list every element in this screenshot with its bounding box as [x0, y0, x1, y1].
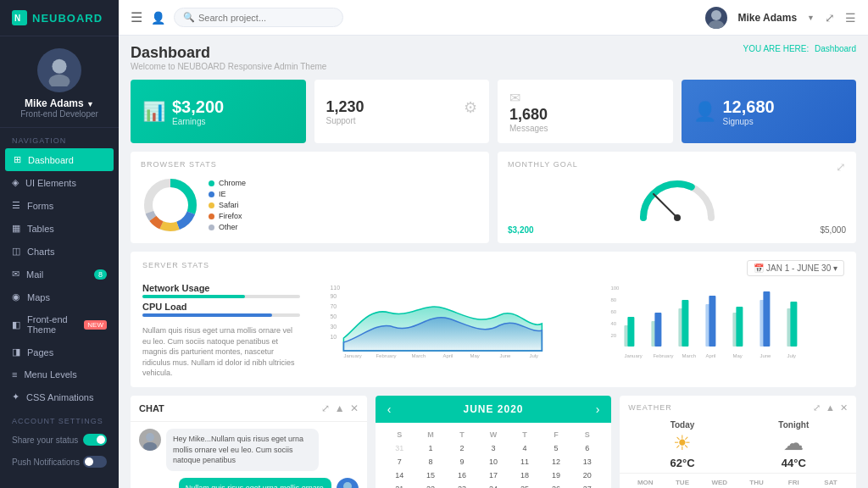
- hamburger-icon[interactable]: ☰: [131, 9, 142, 25]
- search-icon: 🔍: [183, 12, 195, 23]
- svg-text:June: June: [500, 353, 512, 358]
- svg-point-5: [709, 20, 724, 29]
- sidebar-item-label: Charts: [27, 247, 54, 257]
- svg-text:March: March: [412, 353, 426, 358]
- browser-stats-title: BROWSER STATS: [141, 160, 479, 169]
- sidebar-item-label: Menu Levels: [24, 369, 76, 380]
- calendar-next-button[interactable]: ›: [596, 402, 600, 416]
- svg-text:70: 70: [331, 303, 337, 309]
- sidebar-item-label: Forms: [27, 201, 53, 211]
- sidebar-item-pages[interactable]: ◨ Pages: [0, 341, 119, 363]
- username-arrow[interactable]: ▼: [807, 14, 815, 22]
- menu-dots-icon[interactable]: ☰: [845, 11, 856, 25]
- svg-text:30: 30: [331, 324, 337, 330]
- weather-minimize-icon[interactable]: ▲: [826, 402, 835, 413]
- sidebar-item-frontend-theme[interactable]: ◧ Front-end Theme NEW: [0, 308, 119, 341]
- tonight-temp: 44°C: [782, 457, 806, 469]
- weather-today: Today ☀ 62°C: [628, 420, 736, 469]
- sidebar-item-label: UI Elements: [25, 178, 76, 188]
- signups-value: 12,680: [723, 97, 775, 117]
- sidebar-item-label: CSS Animations: [26, 392, 93, 402]
- frontend-icon: ◧: [12, 319, 20, 330]
- profile-name: Mike Adams ▼: [25, 97, 94, 109]
- chat-avatar-right: [337, 478, 359, 488]
- push-notifications-toggle[interactable]: [83, 456, 107, 468]
- svg-rect-41: [737, 307, 743, 347]
- tables-icon: ▦: [12, 223, 20, 234]
- svg-text:60: 60: [611, 309, 617, 314]
- calendar-row-3: 14 15 16 17 18 19 20: [384, 469, 604, 482]
- browser-donut-chart: [141, 175, 200, 235]
- account-label: ACCOUNT SETTINGS: [0, 408, 119, 429]
- monthly-expand-icon[interactable]: ⤢: [836, 160, 846, 174]
- svg-rect-35: [655, 313, 662, 347]
- avatar: [37, 48, 81, 92]
- svg-text:July: July: [787, 353, 797, 358]
- monthly-goal-title: MONTHLY GOAL: [508, 160, 578, 169]
- today-icon: ☀: [673, 431, 692, 455]
- svg-text:40: 40: [611, 321, 617, 326]
- chat-avatar-left: [139, 429, 161, 451]
- sidebar-item-mail[interactable]: ✉ Mail 8: [0, 263, 119, 286]
- signups-label: Signups: [723, 117, 775, 126]
- svg-rect-33: [628, 317, 635, 347]
- svg-text:May: May: [470, 353, 480, 358]
- svg-text:February: February: [376, 353, 397, 358]
- sidebar-item-label: Pages: [27, 347, 53, 358]
- svg-text:January: January: [344, 353, 362, 358]
- svg-point-2: [52, 59, 66, 74]
- svg-point-13: [674, 214, 681, 221]
- share-status-toggle[interactable]: [83, 434, 107, 446]
- sidebar-item-label: Front-end Theme: [27, 314, 77, 335]
- browser-stats-card: BROWSER STATS Chrome: [131, 152, 489, 243]
- earnings-card: 📊 $3,200 Earnings: [131, 80, 306, 143]
- sidebar-item-tables[interactable]: ▦ Tables: [0, 217, 119, 240]
- svg-point-55: [343, 482, 352, 488]
- sidebar-item-charts[interactable]: ◫ Charts: [0, 240, 119, 263]
- svg-text:110: 110: [331, 285, 341, 291]
- chat-minimize-icon[interactable]: ▲: [335, 402, 345, 414]
- sidebar-item-css-animations[interactable]: ✦ CSS Animations: [0, 385, 119, 408]
- svg-rect-45: [791, 302, 798, 347]
- charts-icon: ◫: [12, 246, 20, 257]
- weather-expand-icon[interactable]: ⤢: [813, 402, 821, 413]
- sidebar-item-forms[interactable]: ☰ Forms: [0, 194, 119, 217]
- weather-day-wed: WED ⛅ 32°C: [711, 479, 728, 488]
- sidebar: N NEUBOARD Mike Adams ▼ Front-end Develo…: [0, 0, 119, 488]
- server-date-range[interactable]: 📅 JAN 1 - JUNE 30 ▾: [747, 260, 844, 276]
- weather-main: Today ☀ 62°C Tonight ☁ 44°C: [620, 417, 856, 473]
- page-content: Dashboard Welcome to NEUBOARD Responsive…: [119, 36, 868, 488]
- share-status-row: Share your status: [0, 429, 119, 451]
- chat-header: CHAT ⤢ ▲ ✕: [131, 396, 367, 422]
- support-value: 1,230: [326, 98, 364, 116]
- search-box[interactable]: 🔍: [174, 8, 343, 27]
- calendar-days-header: S M T W T F S: [384, 428, 604, 441]
- sidebar-item-label: Dashboard: [28, 155, 74, 165]
- chat-close-icon[interactable]: ✕: [350, 402, 359, 414]
- weather-day-fri: FRI ⛅ 40°C: [785, 479, 802, 488]
- monthly-gauge: [635, 175, 720, 222]
- sidebar-item-maps[interactable]: ◉ Maps: [0, 286, 119, 308]
- logo-text: NEUBOARD: [32, 12, 103, 25]
- svg-text:January: January: [625, 353, 643, 358]
- server-stats-title: SERVER STATS: [142, 261, 209, 269]
- menu-icon: ≡: [12, 369, 17, 380]
- svg-point-3: [49, 75, 70, 86]
- weather-day-sat: SAT ⛅ 42°C: [822, 479, 839, 488]
- sidebar-item-menu-levels[interactable]: ≡ Menu Levels: [0, 363, 119, 385]
- chat-expand-icon[interactable]: ⤢: [321, 402, 330, 414]
- svg-text:50: 50: [331, 313, 337, 319]
- calendar-prev-button[interactable]: ‹: [387, 402, 392, 416]
- weather-close-icon[interactable]: ✕: [840, 402, 848, 413]
- weather-day-tue: TUE ⛅ 39°C: [674, 479, 691, 488]
- calendar-row-2: 7 8 9 10 11 12 13: [384, 455, 604, 469]
- sidebar-item-dashboard[interactable]: ⊞ Dashboard: [5, 148, 114, 171]
- page-title: Dashboard: [131, 44, 326, 62]
- css-icon: ✦: [12, 391, 19, 402]
- avatar-image: [43, 54, 75, 86]
- topbar-right: Mike Adams ▼ ⤢ ☰: [705, 7, 856, 29]
- sidebar-item-ui-elements[interactable]: ◈ UI Elements: [0, 171, 119, 194]
- expand-icon[interactable]: ⤢: [825, 11, 835, 25]
- search-input[interactable]: [198, 13, 309, 23]
- messages-card: ✉ 1,680 Messages: [498, 80, 673, 143]
